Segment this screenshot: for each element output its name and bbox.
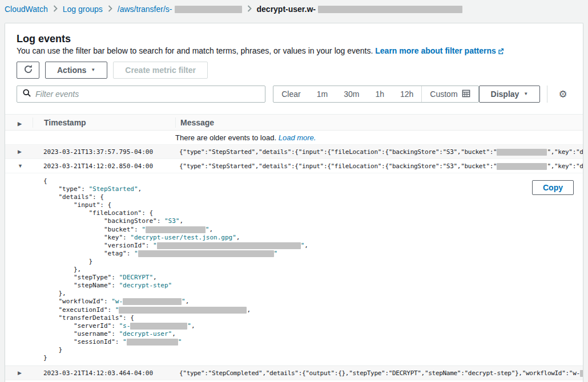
breadcrumb-label: Log groups (63, 5, 103, 14)
json-key: "username" (74, 330, 111, 338)
json-line: "stepType": "DECRYPT", (43, 274, 514, 282)
filter-events-input[interactable] (35, 90, 259, 99)
json-key: "serverId" (74, 322, 111, 330)
chevron-down-icon: ▼ (91, 68, 95, 72)
json-text: {"type":"StepStarted","details":{"input"… (179, 162, 497, 170)
expand-arrow-icon[interactable]: ▶ (5, 149, 33, 155)
json-text (43, 322, 74, 330)
display-button[interactable]: Display▼ (479, 86, 541, 103)
time-range-1m[interactable]: 1m (309, 86, 336, 102)
redacted-text (497, 149, 547, 156)
json-line: "serverId": "s-", (43, 322, 514, 330)
time-range-custom[interactable]: Custom (421, 86, 478, 102)
json-value: "decrypt-step" (119, 282, 172, 289)
json-value: " (123, 338, 127, 346)
redacted-text (157, 242, 301, 249)
refresh-button[interactable] (17, 62, 39, 79)
log-event-row[interactable]: ▶2023-03-21T14:12:03.464-04:00{"type":"S… (5, 366, 583, 380)
json-text (43, 209, 88, 217)
json-line: }, (43, 290, 514, 298)
breadcrumb-item[interactable]: CloudWatch (5, 5, 48, 14)
redacted-text (580, 370, 583, 377)
event-timestamp: 2023-03-21T14:12:03.464-04:00 (33, 369, 175, 377)
json-line: "workflowId": "w-", (43, 298, 514, 306)
json-line: "sessionId": "" (43, 338, 514, 346)
json-key: "executionId" (59, 306, 108, 314)
page-title: Log events (17, 33, 571, 44)
time-range-clear[interactable]: Clear (273, 86, 308, 102)
json-text: : (111, 282, 119, 289)
json-text: : (111, 330, 119, 338)
create-metric-filter-button[interactable]: Create metric filter (113, 62, 208, 79)
refresh-icon (23, 64, 33, 76)
breadcrumb-item[interactable]: Log groups (63, 5, 103, 14)
event-timestamp: 2023-03-21T13:37:57.795-04:00 (33, 148, 175, 156)
json-text (43, 338, 74, 346)
collapse-arrow-icon[interactable]: ▼ (5, 163, 33, 169)
json-line: "versionId": "", (43, 242, 514, 250)
json-text (43, 226, 104, 233)
json-text: }, (43, 290, 66, 297)
log-event-row[interactable]: ▶2023-03-21T13:37:57.795-04:00{"type":"S… (5, 145, 583, 159)
json-text: : (108, 306, 115, 314)
json-text (43, 314, 59, 322)
json-text: : (115, 338, 123, 346)
json-value: "decrypt-user/test.json.gpg" (130, 234, 236, 241)
json-text (43, 193, 59, 201)
load-more-link[interactable]: Load more. (279, 133, 316, 142)
json-text: , (172, 330, 176, 338)
description-text: You can use the filter bar below to sear… (17, 46, 373, 55)
calendar-icon (462, 89, 470, 99)
copy-button[interactable]: Copy (532, 180, 574, 195)
json-text: , (209, 226, 213, 233)
breadcrumb-chevron-icon (247, 5, 252, 14)
redacted-text (127, 339, 178, 346)
breadcrumb-item: decrypt-user.w- (257, 5, 462, 14)
json-text (43, 298, 59, 305)
json-text (43, 201, 74, 209)
json-text: { (43, 177, 47, 185)
log-events-table: ▶ Timestamp Message There are older even… (5, 114, 583, 380)
json-text: : (157, 217, 164, 225)
timestamp-column-header: Timestamp (33, 118, 175, 127)
actions-button[interactable]: Actions▼ (45, 62, 107, 79)
json-text: : (111, 274, 119, 281)
divider (547, 86, 547, 103)
learn-more-link[interactable]: Learn more about filter patterns (375, 46, 504, 55)
json-text: : { (100, 201, 111, 209)
breadcrumb-item[interactable]: /aws/transfer/s- (118, 5, 242, 14)
time-range-1h[interactable]: 1h (367, 86, 392, 102)
json-value: " (182, 298, 186, 305)
json-line: "etag": "" (43, 250, 514, 258)
json-key: "details" (59, 193, 93, 201)
json-line: "executionId": ", (43, 306, 514, 314)
json-line: "transferDetails": { (43, 314, 514, 322)
time-range-12h[interactable]: 12h (392, 86, 421, 102)
expand-arrow-icon[interactable]: ▶ (5, 370, 33, 376)
filter-events-searchbox[interactable] (17, 86, 265, 103)
chevron-down-icon: ▼ (523, 92, 528, 96)
json-line: "stepName": "decrypt-step" (43, 282, 514, 290)
json-text (43, 242, 104, 249)
json-key: "bucket" (104, 226, 134, 233)
toolbar: Actions▼ Create metric filter (17, 62, 571, 79)
log-event-row[interactable]: ▼2023-03-21T14:12:02.850-04:00{"type":"S… (5, 159, 583, 173)
json-text (43, 330, 74, 338)
json-value: " (178, 338, 182, 346)
json-text (43, 234, 104, 241)
breadcrumb-label: /aws/transfer/s- (118, 5, 172, 14)
expand-column-header: ▶ (5, 118, 33, 127)
json-key: "etag" (104, 250, 127, 257)
json-text: , (186, 298, 190, 305)
json-text: {"type":"StepCompleted","details":{"outp… (179, 369, 580, 377)
json-value: "s- (119, 322, 130, 330)
json-key: "backingStore" (104, 217, 157, 225)
breadcrumb-label: decrypt-user.w- (257, 5, 316, 14)
time-range-30m[interactable]: 30m (336, 86, 367, 102)
json-value: " (115, 306, 119, 314)
json-value: " (134, 250, 138, 257)
message-column-header: Message (176, 118, 583, 127)
json-line: } (43, 346, 514, 354)
json-line: "fileLocation": { (43, 209, 514, 217)
preferences-gear-button[interactable]: ⚙ (554, 86, 571, 103)
